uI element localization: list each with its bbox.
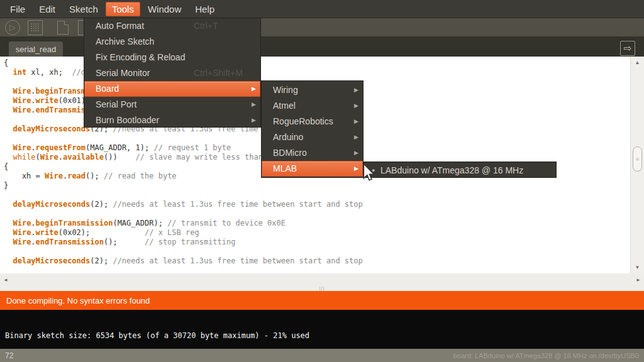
menu-item-label: Serial Port <box>96 99 136 109</box>
code-line: delayMicroseconds(2); //needs at least 1… <box>4 256 363 266</box>
menu-item-label: BDMicro <box>273 148 307 158</box>
board-submenu: Wiring▶Atmel▶RogueRobotics▶Arduino▶BDMic… <box>261 80 364 178</box>
menu-item-label: Arduino <box>273 132 303 142</box>
menu-item-fix-encoding-reload[interactable]: Fix Encoding & Reload <box>84 50 260 65</box>
submenu-arrow-icon: ▶ <box>354 82 358 98</box>
stop-icon <box>28 20 43 35</box>
menu-item-label: Fix Encoding & Reload <box>96 52 185 62</box>
board-item-arduino[interactable]: Arduino▶ <box>262 129 363 145</box>
scroll-right-icon[interactable]: ► <box>635 277 641 283</box>
menubar-item-sketch[interactable]: Sketch <box>63 2 104 16</box>
vertical-scrollbar[interactable]: ▲ ≡ ▼ <box>630 57 644 273</box>
mlab-item-labduino-w-atmega328-16-mhz[interactable]: ●LABduino w/ ATmega328 @ 16 MHz <box>364 162 556 178</box>
menubar-item-tools[interactable]: Tools <box>106 2 140 16</box>
menu-item-label: Archive Sketch <box>96 36 154 47</box>
code-line: } <box>4 181 363 190</box>
splitter-grip[interactable]: ||| <box>319 285 325 291</box>
mouse-cursor <box>363 163 375 185</box>
tab-label: serial_read <box>16 45 56 54</box>
scroll-left-icon[interactable]: ◄ <box>3 277 9 283</box>
menu-item-label: MLAB <box>273 163 297 173</box>
arduino-ide-window: FileEditSketchToolsWindowHelp ▷⇧⇩ serial… <box>0 0 644 362</box>
board-item-bdmicro[interactable]: BDMicro▶ <box>262 145 363 161</box>
status-bar: Done compiling. No syntax errors found <box>0 291 644 310</box>
scroll-down-icon[interactable]: ▼ <box>631 265 644 270</box>
menu-item-label: Wiring <box>273 85 298 95</box>
menu-item-label: Serial Monitor <box>96 68 150 78</box>
code-line <box>4 209 363 219</box>
submenu-arrow-icon: ▶ <box>354 161 358 177</box>
menu-item-serial-port[interactable]: Serial Port▶ <box>84 97 260 112</box>
menu-item-label: Atmel <box>273 101 296 111</box>
toolbar-spacer <box>49 27 54 28</box>
menubar-item-edit[interactable]: Edit <box>33 2 62 16</box>
menu-item-serial-monitor[interactable]: Serial MonitorCtrl+Shift+M <box>84 65 260 81</box>
menu-item-label: Burn Bootloader <box>96 115 159 125</box>
menu-item-board[interactable]: Board▶ <box>84 81 260 97</box>
board-item-wiring[interactable]: Wiring▶ <box>262 82 363 98</box>
board-item-atmel[interactable]: Atmel▶ <box>262 98 363 114</box>
board-item-roguerobotics[interactable]: RogueRobotics▶ <box>262 114 363 129</box>
submenu-arrow-icon: ▶ <box>252 97 256 112</box>
tab-serial-read[interactable]: serial_read <box>9 41 63 57</box>
new-icon <box>57 21 69 35</box>
menu-item-label: Board <box>96 84 119 94</box>
menubar: FileEditSketchToolsWindowHelp <box>0 0 644 18</box>
menu-item-label: RogueRobotics <box>273 116 333 126</box>
menu-shortcut: Ctrl+T <box>194 18 218 34</box>
menubar-item-file[interactable]: File <box>4 2 31 16</box>
footer-status-bar: 72 board: LABduino w/ ATmega328 @ 16 MHz… <box>0 349 644 362</box>
menu-shortcut: Ctrl+Shift+M <box>194 65 243 81</box>
vertical-scrollbar-thumb[interactable]: ≡ <box>633 146 642 172</box>
submenu-arrow-icon: ▶ <box>252 81 256 97</box>
horizontal-scrollbar[interactable]: ◄ ► ||| <box>0 273 644 291</box>
console-text: Binary sketch size: 6534 bytes (of a 307… <box>5 331 309 340</box>
code-line: Wire.endTransmission(); // stop transmit… <box>4 238 363 247</box>
arrow-box-icon: ⇨ <box>624 43 632 54</box>
toolbar-stop-button[interactable] <box>26 19 44 36</box>
submenu-arrow-icon: ▶ <box>354 98 358 114</box>
code-line <box>4 190 363 200</box>
menubar-item-help[interactable]: Help <box>189 2 221 16</box>
scroll-up-icon[interactable]: ▲ <box>631 60 644 65</box>
board-item-mlab[interactable]: MLAB▶ <box>262 161 363 177</box>
submenu-arrow-icon: ▶ <box>354 145 358 161</box>
code-line: delayMicroseconds(2); //needs at least 1… <box>4 200 363 209</box>
status-message: Done compiling. No syntax errors found <box>6 296 150 305</box>
submenu-arrow-icon: ▶ <box>354 129 358 145</box>
tab-menu-button[interactable]: ⇨ <box>620 41 635 56</box>
menubar-item-window[interactable]: Window <box>142 2 187 16</box>
submenu-arrow-icon: ▶ <box>354 114 358 129</box>
menu-item-label: LABduino w/ ATmega328 @ 16 MHz <box>380 165 523 175</box>
tools-menu: Auto FormatCtrl+TArchive SketchFix Encod… <box>84 18 261 128</box>
menu-item-archive-sketch[interactable]: Archive Sketch <box>84 34 260 50</box>
caret-line-number: 72 <box>5 351 13 360</box>
code-line: Wire.beginTransmission(MAG_ADDR); // tra… <box>4 219 363 228</box>
submenu-arrow-icon: ▶ <box>252 112 256 128</box>
menu-item-burn-bootloader[interactable]: Burn Bootloader▶ <box>84 112 260 128</box>
menu-item-label: Auto Format <box>96 21 144 31</box>
menu-item-auto-format[interactable]: Auto FormatCtrl+T <box>84 18 260 34</box>
mlab-submenu: ●LABduino w/ ATmega328 @ 16 MHz <box>364 162 557 178</box>
board-port-info: board: LABduino w/ ATmega328 @ 16 MHz on… <box>453 352 639 359</box>
verify-icon: ▷ <box>5 20 20 35</box>
console-output: Binary sketch size: 6534 bytes (of a 307… <box>0 310 644 349</box>
code-line: Wire.write(0x02); // x LSB reg <box>4 228 363 238</box>
code-line <box>4 247 363 256</box>
toolbar-verify-button[interactable]: ▷ <box>4 19 21 36</box>
toolbar-new-button[interactable] <box>54 19 72 36</box>
